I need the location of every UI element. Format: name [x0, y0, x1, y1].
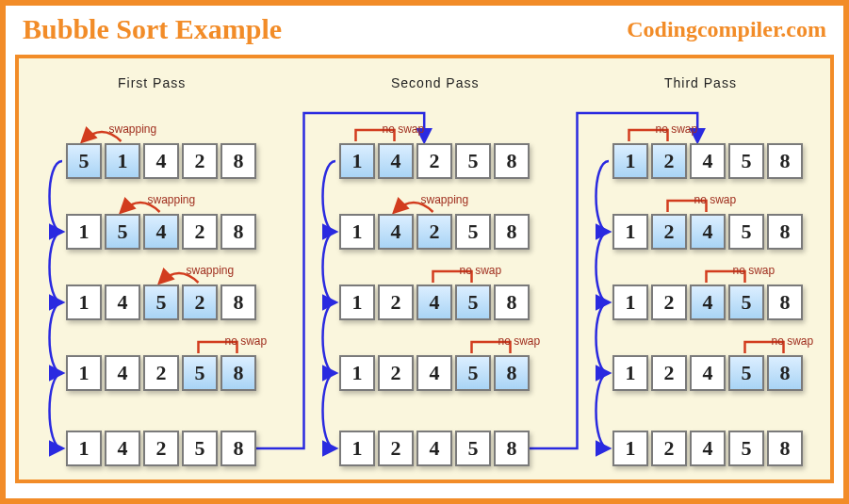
array-cell: 2 [143, 355, 179, 391]
noswap-label: no swap [460, 264, 502, 277]
pass-title: Second Pass [391, 75, 480, 90]
array-row: 14258 [66, 431, 259, 466]
array-cell: 8 [220, 355, 256, 391]
noswap-label: no swap [383, 122, 425, 136]
array-row: 12458 [612, 143, 806, 179]
array-cell: 2 [651, 431, 687, 466]
array-row: 12458 [612, 355, 806, 391]
array-cell: 8 [767, 214, 803, 250]
noswap-label: no swap [772, 334, 814, 348]
array-cell: 5 [728, 285, 764, 320]
array-cell: 1 [612, 214, 648, 250]
array-row: 12458 [339, 355, 532, 391]
array-cell: 4 [416, 355, 452, 391]
array-cell: 5 [728, 355, 764, 391]
array-cell: 1 [339, 431, 375, 466]
array-cell: 4 [416, 431, 452, 466]
array-row: 14258 [339, 143, 532, 179]
array-cell: 5 [455, 355, 491, 391]
array-cell: 1 [612, 285, 648, 320]
array-cell: 1 [66, 285, 102, 320]
array-cell: 4 [690, 143, 726, 179]
array-row: 14258 [339, 214, 532, 250]
swap-label: swapping [148, 193, 196, 206]
noswap-label: no swap [694, 193, 737, 206]
array-cell: 8 [494, 143, 530, 179]
noswap-label: no swap [498, 334, 541, 348]
array-cell: 4 [378, 214, 414, 250]
array-cell: 1 [105, 143, 140, 179]
array-cell: 5 [728, 143, 764, 179]
array-cell: 4 [143, 214, 179, 250]
array-cell: 4 [690, 355, 726, 391]
array-cell: 5 [182, 355, 218, 391]
array-cell: 4 [416, 285, 452, 320]
array-cell: 4 [105, 285, 140, 320]
array-cell: 2 [651, 214, 687, 250]
array-cell: 5 [455, 214, 491, 250]
array-cell: 1 [612, 431, 648, 466]
array-cell: 2 [416, 214, 452, 250]
array-cell: 5 [66, 143, 102, 179]
array-row: 51428 [66, 143, 259, 179]
diagram-frame: Bubble Sort Example Codingcompiler.com F… [0, 0, 849, 504]
array-row: 12458 [612, 431, 806, 466]
array-cell: 1 [66, 431, 102, 466]
array-cell: 5 [105, 214, 140, 250]
array-cell: 4 [105, 355, 140, 391]
pass-title: Third Pass [664, 75, 737, 90]
array-row: 12458 [339, 431, 532, 466]
array-cell: 8 [220, 285, 256, 320]
array-row: 12458 [612, 285, 806, 320]
array-cell: 5 [455, 285, 491, 320]
array-cell: 2 [651, 143, 687, 179]
array-cell: 8 [767, 355, 803, 391]
array-row: 12458 [339, 285, 532, 320]
noswap-label: no swap [225, 334, 268, 348]
swap-label: swapping [109, 122, 157, 136]
array-cell: 2 [378, 285, 414, 320]
array-row: 14258 [66, 355, 259, 391]
array-cell: 2 [182, 143, 218, 179]
array-cell: 4 [105, 431, 140, 466]
noswap-label: no swap [656, 122, 698, 136]
noswap-label: no swap [733, 264, 776, 277]
array-cell: 1 [612, 355, 648, 391]
array-cell: 8 [767, 143, 803, 179]
array-cell: 8 [494, 214, 530, 250]
array-cell: 2 [416, 143, 452, 179]
array-cell: 8 [767, 431, 803, 466]
array-row: 15428 [66, 214, 259, 250]
header-bar: Bubble Sort Example Codingcompiler.com [6, 6, 843, 55]
array-cell: 2 [182, 285, 218, 320]
page-title: Bubble Sort Example [23, 13, 282, 45]
array-cell: 1 [339, 355, 375, 391]
array-cell: 8 [220, 214, 256, 250]
array-cell: 8 [494, 355, 530, 391]
array-cell: 1 [339, 285, 375, 320]
array-cell: 5 [182, 431, 218, 466]
swap-label: swapping [421, 193, 469, 206]
array-cell: 8 [494, 285, 530, 320]
array-cell: 8 [220, 431, 256, 466]
array-cell: 5 [728, 431, 764, 466]
array-cell: 5 [455, 143, 491, 179]
array-cell: 2 [378, 431, 414, 466]
array-cell: 4 [378, 143, 414, 179]
array-row: 12458 [612, 214, 806, 250]
array-cell: 2 [182, 214, 218, 250]
array-cell: 8 [767, 285, 803, 320]
diagram-canvas: First Pass51428swapping15428swapping1452… [15, 55, 834, 483]
array-row: 14528 [66, 285, 259, 320]
array-cell: 5 [728, 214, 764, 250]
array-cell: 4 [690, 431, 726, 466]
array-cell: 2 [143, 431, 179, 466]
array-cell: 1 [339, 143, 375, 179]
array-cell: 5 [455, 431, 491, 466]
array-cell: 4 [143, 143, 179, 179]
array-cell: 1 [612, 143, 648, 179]
array-cell: 5 [143, 285, 179, 320]
array-cell: 4 [690, 285, 726, 320]
array-cell: 4 [690, 214, 726, 250]
array-cell: 1 [66, 355, 102, 391]
